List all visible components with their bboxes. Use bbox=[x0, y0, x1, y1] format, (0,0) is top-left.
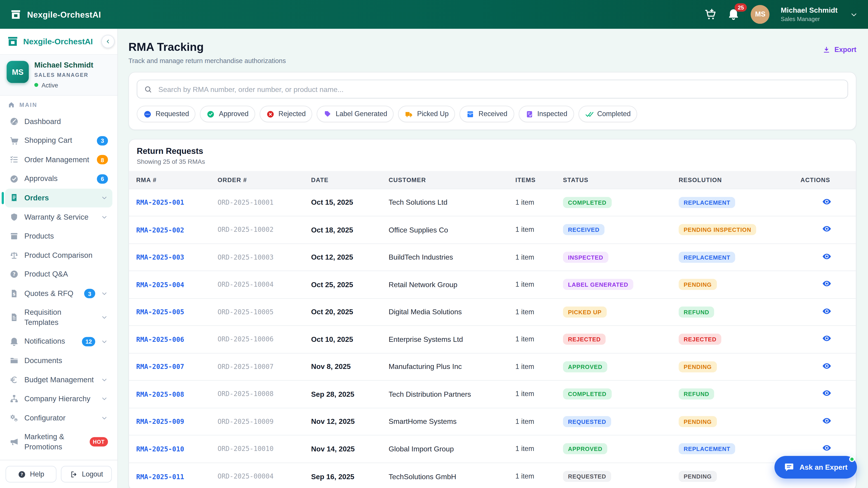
sidebar-item-notifications[interactable]: Notifications12 bbox=[5, 332, 112, 351]
sidebar-item-warranty-service[interactable]: Warranty & Service bbox=[5, 208, 112, 226]
filter-chip-requested[interactable]: Requested bbox=[137, 106, 196, 122]
view-details-eye-icon[interactable] bbox=[822, 443, 832, 453]
rma-link[interactable]: RMA-2025-009 bbox=[136, 418, 184, 426]
date-cell: Sep 16, 2025 bbox=[311, 462, 389, 488]
sidebar-item-budget-management[interactable]: Budget Management bbox=[5, 370, 112, 389]
items-cell: 1 item bbox=[515, 353, 563, 380]
sidebar-item-marketing-promotions[interactable]: Marketing & PromotionsHOT bbox=[5, 428, 112, 456]
sidebar-item-order-management[interactable]: Order Management8 bbox=[5, 151, 112, 169]
actions-cell bbox=[800, 381, 856, 408]
sidebar-header: Nexgile-OrchestAI bbox=[0, 29, 117, 55]
table-row: RMA-2025-010ORD-2025-10010Nov 14, 2025Gl… bbox=[129, 435, 856, 462]
rma-link[interactable]: RMA-2025-007 bbox=[136, 363, 184, 371]
actions-cell bbox=[800, 353, 856, 380]
logout-button[interactable]: Logout bbox=[61, 466, 112, 482]
scale-icon bbox=[9, 251, 19, 260]
search-input[interactable] bbox=[157, 84, 841, 94]
count-badge: HOT bbox=[90, 437, 108, 447]
filter-chip-picked-up[interactable]: Picked Up bbox=[398, 106, 455, 122]
box-icon bbox=[9, 232, 19, 241]
sidebar-collapse-button[interactable] bbox=[101, 35, 115, 48]
view-details-eye-icon[interactable] bbox=[822, 361, 832, 371]
add-to-cart-icon[interactable] bbox=[704, 8, 717, 21]
ask-an-expert-label: Ask an Expert bbox=[800, 463, 847, 471]
double-check-icon bbox=[585, 110, 593, 118]
filter-chip-completed[interactable]: Completed bbox=[579, 106, 638, 122]
count-badge: 3 bbox=[84, 289, 95, 298]
count-badge: 8 bbox=[97, 155, 108, 164]
export-button[interactable]: Export bbox=[823, 46, 856, 54]
view-details-eye-icon[interactable] bbox=[822, 279, 832, 289]
rma-link[interactable]: RMA-2025-010 bbox=[136, 445, 184, 453]
sidebar-item-label: Notifications bbox=[24, 337, 76, 346]
online-indicator-dot bbox=[849, 456, 855, 462]
sidebar-item-requisition-templates[interactable]: Requisition Templates bbox=[5, 303, 112, 332]
resolution-badge: REPLACEMENT bbox=[679, 197, 735, 208]
table-row: RMA-2025-002ORD-2025-10002Oct 18, 2025Of… bbox=[129, 216, 856, 243]
avatar[interactable]: MS bbox=[751, 5, 770, 24]
sidebar-item-orders[interactable]: Orders bbox=[5, 189, 112, 207]
table-row: RMA-2025-006ORD-2025-10006Oct 10, 2025En… bbox=[129, 326, 856, 353]
resolution-cell: REFUND bbox=[679, 298, 800, 326]
rma-link[interactable]: RMA-2025-005 bbox=[136, 308, 184, 316]
filter-chip-approved[interactable]: Approved bbox=[200, 106, 255, 122]
filter-chip-inspected[interactable]: Inspected bbox=[519, 106, 574, 122]
sidebar-item-label: Configurator bbox=[24, 413, 95, 423]
view-details-eye-icon[interactable] bbox=[822, 306, 832, 316]
table-summary: Showing 25 of 35 RMAs bbox=[137, 158, 848, 165]
filter-chip-rejected[interactable]: Rejected bbox=[260, 106, 312, 122]
receipt-icon bbox=[9, 193, 19, 203]
sidebar-item-documents[interactable]: Documents bbox=[5, 351, 112, 370]
order-cell: ORD-2025-10008 bbox=[217, 381, 311, 408]
sidebar-item-company-hierarchy[interactable]: Company Hierarchy bbox=[5, 390, 112, 408]
sidebar-item-configurator[interactable]: Configurator bbox=[5, 409, 112, 427]
filter-chip-label-generated[interactable]: Label Generated bbox=[317, 106, 394, 122]
help-button[interactable]: ? Help bbox=[5, 466, 56, 482]
gears-icon bbox=[9, 413, 19, 423]
filter-chip-label: Approved bbox=[219, 110, 248, 118]
user-menu[interactable]: Michael Schmidt Sales Manager bbox=[781, 6, 837, 23]
customer-cell: Retail Network Group bbox=[389, 271, 515, 298]
actions-cell bbox=[800, 243, 856, 271]
view-details-eye-icon[interactable] bbox=[822, 389, 832, 398]
rma-link[interactable]: RMA-2025-002 bbox=[136, 226, 184, 234]
rma-link[interactable]: RMA-2025-011 bbox=[136, 473, 184, 481]
view-details-eye-icon[interactable] bbox=[822, 334, 832, 343]
rma-link[interactable]: RMA-2025-006 bbox=[136, 336, 184, 344]
sidebar-item-product-comparison[interactable]: Product Comparison bbox=[5, 246, 112, 265]
rma-link[interactable]: RMA-2025-001 bbox=[136, 199, 184, 206]
storefront-icon bbox=[6, 35, 19, 48]
status-cell: RECEIVED bbox=[563, 216, 679, 243]
sidebar-item-shopping-cart[interactable]: Shopping Cart3 bbox=[5, 131, 112, 150]
rma-link[interactable]: RMA-2025-003 bbox=[136, 254, 184, 261]
sidebar-item-products[interactable]: Products bbox=[5, 227, 112, 246]
view-details-eye-icon[interactable] bbox=[822, 416, 832, 425]
table-row: RMA-2025-003ORD-2025-10003Oct 12, 2025Bu… bbox=[129, 243, 856, 271]
list-check-icon bbox=[9, 155, 19, 164]
rma-link[interactable]: RMA-2025-004 bbox=[136, 281, 184, 289]
view-details-eye-icon[interactable] bbox=[822, 197, 832, 206]
sidebar-item-quotes-rfq[interactable]: $Quotes & RFQ3 bbox=[5, 284, 112, 303]
ask-an-expert-button[interactable]: Ask an Expert bbox=[775, 456, 857, 479]
view-details-eye-icon[interactable] bbox=[822, 252, 832, 261]
sidebar-item-dashboard[interactable]: Dashboard bbox=[5, 112, 112, 131]
actions-cell bbox=[800, 298, 856, 326]
rma-cell: RMA-2025-002 bbox=[129, 216, 218, 243]
sidebar-item-product-q-a[interactable]: ?Product Q&A bbox=[5, 265, 112, 284]
chevron-down-icon bbox=[101, 395, 108, 402]
svg-text:?: ? bbox=[21, 472, 23, 477]
user-name: Michael Schmidt bbox=[781, 6, 837, 15]
chevron-down-icon[interactable] bbox=[850, 10, 858, 19]
resolution-cell: PENDING bbox=[679, 408, 800, 435]
sidebar-item-approvals[interactable]: Approvals6 bbox=[5, 170, 112, 188]
top-bar-actions: 25 MS Michael Schmidt Sales Manager bbox=[704, 5, 858, 24]
status-cell: INSPECTED bbox=[563, 243, 679, 271]
filter-chip-received[interactable]: Received bbox=[460, 106, 514, 122]
notifications-bell-icon[interactable]: 25 bbox=[727, 8, 740, 21]
package-icon bbox=[466, 110, 475, 118]
items-cell: 1 item bbox=[515, 271, 563, 298]
rma-link[interactable]: RMA-2025-008 bbox=[136, 390, 184, 398]
sidebar-item-label: Marketing & Promotions bbox=[24, 432, 84, 452]
app-brand-title: Nexgile-OrchestAI bbox=[27, 10, 101, 19]
view-details-eye-icon[interactable] bbox=[822, 224, 832, 234]
